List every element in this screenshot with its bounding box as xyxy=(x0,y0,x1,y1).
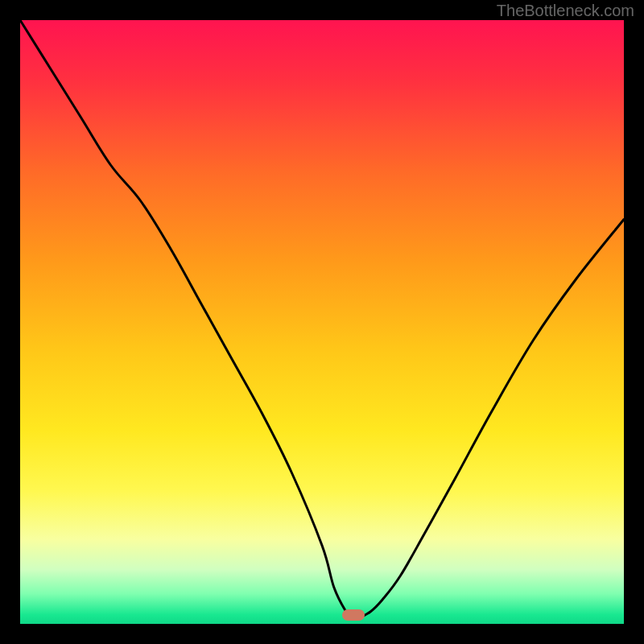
plot-area xyxy=(20,20,624,624)
bottleneck-curve xyxy=(20,20,624,624)
optimal-marker xyxy=(342,609,365,621)
watermark-text: TheBottleneck.com xyxy=(497,2,634,20)
